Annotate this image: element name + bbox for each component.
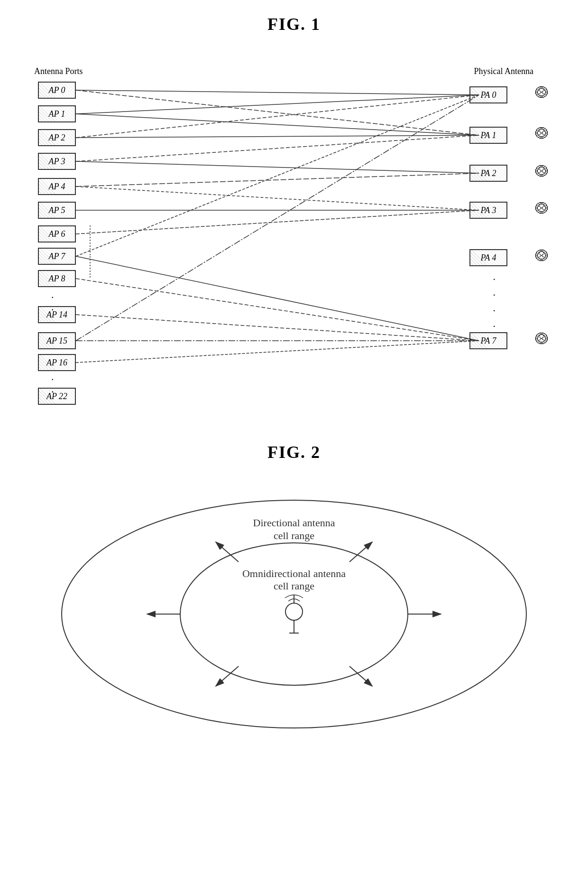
fig2-title: FIG. 2 xyxy=(0,428,588,462)
pa2-box: PA 2 xyxy=(469,165,507,182)
ap14-box: AP 14 xyxy=(38,306,76,323)
ap6-box: AP 6 xyxy=(38,225,76,242)
pa-dots: ···· xyxy=(493,271,496,334)
svg-line-5 xyxy=(76,95,479,138)
svg-line-3 xyxy=(76,114,479,135)
svg-line-34 xyxy=(349,666,372,686)
svg-point-27 xyxy=(285,603,303,620)
pa0-box: PA 0 xyxy=(469,86,507,103)
ap5-box: AP 5 xyxy=(38,202,76,219)
svg-line-17 xyxy=(76,95,479,341)
svg-text:Directional antenna: Directional antenna xyxy=(253,517,335,529)
ap8-box: AP 8 xyxy=(38,270,76,287)
svg-line-18 xyxy=(76,341,479,363)
pa1-box: PA 1 xyxy=(469,127,507,144)
svg-line-33 xyxy=(216,666,239,686)
svg-line-8 xyxy=(76,173,479,186)
pa7-antenna: ⨷ xyxy=(535,331,548,346)
svg-line-1 xyxy=(76,95,479,114)
svg-line-0 xyxy=(76,90,479,95)
svg-line-15 xyxy=(76,315,479,341)
svg-text:cell range: cell range xyxy=(274,530,314,541)
fig1-title: FIG. 1 xyxy=(0,0,588,34)
ap15-box: AP 15 xyxy=(38,332,76,349)
physical-antenna-label: Physical Antenna xyxy=(474,66,533,76)
pa0-antenna: ⨷ xyxy=(535,85,548,100)
svg-line-12 xyxy=(76,95,479,256)
svg-line-6 xyxy=(76,135,479,161)
antenna-ports-label: Antenna Ports xyxy=(34,66,83,76)
pa2-antenna: ⨷ xyxy=(535,164,548,178)
svg-line-4 xyxy=(76,135,479,138)
fig1-container: Antenna Ports Physical Antenna AP 0 AP 1… xyxy=(0,39,588,428)
ap1-box: AP 1 xyxy=(38,105,76,122)
pa1-antenna: ⨷ xyxy=(535,126,548,140)
svg-line-13 xyxy=(76,256,479,341)
svg-line-7 xyxy=(76,161,479,173)
svg-line-14 xyxy=(76,279,479,341)
svg-point-22 xyxy=(180,543,408,685)
svg-line-32 xyxy=(349,542,372,562)
ap3-box: AP 3 xyxy=(38,153,76,170)
pa7-box: PA 7 xyxy=(469,332,507,349)
svg-line-31 xyxy=(216,542,239,562)
pa3-antenna: ⨷ xyxy=(535,201,548,215)
ap7-box: AP 7 xyxy=(38,248,76,265)
ap0-box: AP 0 xyxy=(38,82,76,99)
ap16-box: AP 16 xyxy=(38,354,76,371)
svg-line-9 xyxy=(76,186,479,210)
ap2-box: AP 2 xyxy=(38,129,76,146)
svg-line-11 xyxy=(76,210,479,234)
page: FIG. 1 Antenna Ports Physical Antenna AP… xyxy=(0,0,588,895)
svg-text:Omnidirectional antenna: Omnidirectional antenna xyxy=(242,568,346,579)
pa3-box: PA 3 xyxy=(469,202,507,219)
pa4-antenna: ⨷ xyxy=(535,248,548,263)
fig2-container: Directional antenna cell range Omnidirec… xyxy=(0,467,588,752)
ap22-box: AP 22 xyxy=(38,388,76,405)
fig2-svg: Directional antenna cell range Omnidirec… xyxy=(0,467,588,752)
svg-text:cell range: cell range xyxy=(274,580,314,592)
ap4-box: AP 4 xyxy=(38,178,76,195)
pa4-box: PA 4 xyxy=(469,249,507,266)
svg-line-2 xyxy=(76,90,479,135)
